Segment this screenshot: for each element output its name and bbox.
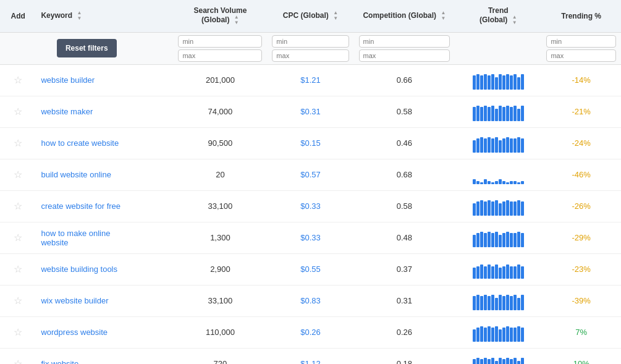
trend-bar [499, 329, 502, 342]
sv-cell: 33,100 [173, 285, 267, 316]
star-icon[interactable]: ☆ [14, 75, 22, 85]
trend-bar [502, 359, 505, 364]
keyword-cell[interactable]: website building tools [36, 253, 173, 285]
trend-bar [491, 182, 494, 184]
sv-cell: 90,500 [173, 127, 267, 159]
trend-bar [484, 138, 487, 153]
sort-arrows-sv[interactable]: ▲▼ [234, 15, 239, 26]
filter-trending-inputs [546, 35, 616, 62]
filter-comp-max[interactable] [359, 49, 450, 62]
trend-bar [506, 265, 509, 279]
table-body: ☆website builder201,000$1.210.66-14%☆web… [0, 64, 621, 364]
keyword-cell[interactable]: how to make onlinewebsite [36, 222, 173, 253]
keyword-cell[interactable]: website builder [36, 64, 173, 96]
trending-pct-cell: -24% [541, 127, 621, 159]
trend-bar [506, 106, 509, 121]
trend-bar [473, 359, 476, 364]
sort-arrows-cpc[interactable]: ▲▼ [333, 11, 338, 22]
keyword-cell[interactable]: wordpress website [36, 316, 173, 348]
trend-chart-cell [455, 285, 541, 316]
trending-pct-cell: -29% [541, 222, 621, 253]
cpc-cell: $1.21 [267, 64, 353, 96]
trend-bar [476, 266, 479, 279]
trend-bar [499, 295, 502, 310]
star-icon[interactable]: ☆ [14, 327, 22, 337]
filter-trending-max[interactable] [546, 49, 616, 62]
trend-bar [521, 328, 524, 342]
filter-cpc-max[interactable] [272, 49, 349, 62]
trend-bar [484, 328, 487, 342]
trend-bar [513, 233, 517, 247]
competition-cell: 0.18 [354, 348, 455, 364]
trend-bar [499, 203, 502, 216]
table-row: ☆website building tools2,900$0.550.37-23… [0, 253, 621, 285]
trend-bar [480, 232, 483, 247]
trend-bar [513, 138, 517, 153]
trend-bar [517, 326, 520, 342]
reset-filters-button[interactable]: Reset filters [57, 39, 117, 57]
trend-bar [513, 106, 517, 121]
sort-arrows-keyword[interactable]: ▲▼ [77, 11, 82, 22]
trend-bar [480, 296, 483, 310]
keyword-cell[interactable]: create website for free [36, 190, 173, 222]
star-cell: ☆ [0, 190, 36, 222]
trend-bar [521, 233, 524, 247]
trend-bar [495, 265, 498, 279]
keyword-cell[interactable]: website maker [36, 96, 173, 127]
trend-bar [488, 232, 491, 247]
trend-bar [473, 235, 476, 247]
trend-bar [510, 181, 513, 184]
filter-cpc [267, 32, 353, 64]
trend-bar [488, 326, 491, 342]
trend-bar [495, 109, 498, 121]
trend-bar [488, 75, 491, 90]
keyword-cell[interactable]: fix website [36, 348, 173, 364]
trending-pct-cell: -26% [541, 190, 621, 222]
trend-bar [491, 358, 494, 364]
trend-bar [521, 138, 524, 153]
sort-arrows-trend[interactable]: ▲▼ [512, 15, 517, 26]
trend-bar [476, 295, 479, 310]
star-icon[interactable]: ☆ [14, 106, 22, 117]
trending-pct-cell: 10% [541, 348, 621, 364]
sv-cell: 110,000 [173, 316, 267, 348]
trend-bar [506, 232, 509, 247]
star-cell: ☆ [0, 253, 36, 285]
sort-arrows-comp[interactable]: ▲▼ [441, 11, 446, 22]
trend-chart-cell [455, 96, 541, 127]
trend-bar [521, 358, 524, 364]
filter-trending-min[interactable] [546, 35, 616, 48]
keyword-cell[interactable]: how to create website [36, 127, 173, 159]
keyword-cell[interactable]: wix website builder [36, 285, 173, 316]
trend-bar [513, 201, 517, 216]
trend-bar [484, 179, 487, 184]
cpc-cell: $0.26 [267, 316, 353, 348]
keyword-cell[interactable]: build website online [36, 159, 173, 190]
cpc-cell: $0.33 [267, 222, 353, 253]
star-icon[interactable]: ☆ [14, 138, 22, 148]
star-cell: ☆ [0, 285, 36, 316]
trend-bar [491, 201, 494, 216]
star-icon[interactable]: ☆ [14, 295, 22, 306]
filter-comp-min[interactable] [359, 35, 450, 48]
trend-bar [521, 295, 524, 310]
competition-cell: 0.37 [354, 253, 455, 285]
trend-bar [473, 140, 476, 153]
filter-cpc-min[interactable] [272, 35, 349, 48]
star-icon[interactable]: ☆ [14, 232, 22, 243]
trend-chart [460, 355, 536, 364]
filter-comp-inputs [359, 35, 450, 62]
filter-sv-min[interactable] [178, 35, 262, 48]
trend-chart [460, 292, 536, 310]
filter-sv-max[interactable] [178, 49, 262, 62]
star-icon[interactable]: ☆ [14, 358, 22, 364]
trend-bar [473, 179, 476, 184]
trend-bar [491, 74, 494, 90]
trend-bar [517, 361, 520, 364]
trend-bar [502, 233, 505, 247]
trend-bar [517, 265, 520, 279]
star-icon[interactable]: ☆ [14, 201, 22, 211]
trend-bar [488, 137, 491, 153]
star-icon[interactable]: ☆ [14, 169, 22, 180]
star-icon[interactable]: ☆ [14, 264, 22, 274]
